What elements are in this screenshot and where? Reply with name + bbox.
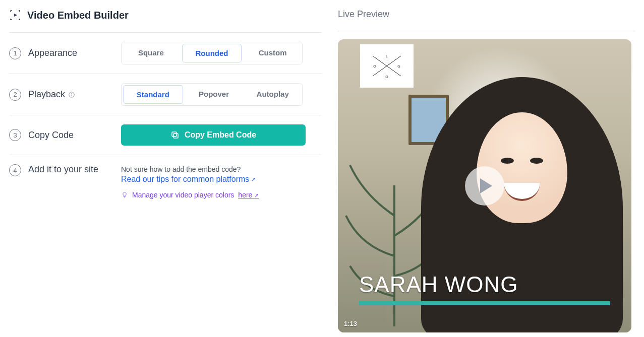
step-label: Playback <box>28 89 75 100</box>
crop-play-icon <box>9 9 21 21</box>
page-title: Video Embed Builder <box>27 10 129 21</box>
info-icon[interactable] <box>68 91 75 98</box>
manage-colors-text: Manage your video player colors <box>132 191 234 199</box>
playback-label-text: Playback <box>28 89 65 100</box>
step-appearance: 1 Appearance Square Rounded Custom <box>9 33 322 74</box>
appearance-opt-square[interactable]: Square <box>122 42 181 64</box>
svg-text:O: O <box>385 75 388 79</box>
step-copy: 3 Copy Code Copy Embed Code <box>9 115 322 155</box>
help-link-label: Read our tips for common platforms <box>121 175 249 184</box>
help-text-line1: Not sure how to add the embed code? <box>121 164 256 175</box>
presenter-name: SARAH WONG <box>359 272 518 297</box>
step-number: 1 <box>9 47 21 59</box>
svg-rect-3 <box>173 133 178 138</box>
appearance-opt-custom[interactable]: Custom <box>243 42 302 64</box>
step-number: 3 <box>9 129 21 141</box>
manage-colors-link[interactable]: here ↗ <box>238 191 259 199</box>
name-underline <box>359 301 610 305</box>
step-number: 4 <box>9 164 21 176</box>
step-playback: 2 Playback Standard Popover Autoplay <box>9 74 322 115</box>
playback-opt-popover[interactable]: Popover <box>185 84 244 105</box>
svg-text:L: L <box>386 54 388 58</box>
svg-text:O: O <box>373 64 376 68</box>
playback-segmented: Standard Popover Autoplay <box>121 83 303 106</box>
step-number: 2 <box>9 89 21 101</box>
video-preview: L O G O SARAH WONG 1:13 <box>338 39 631 332</box>
svg-text:G: G <box>397 64 400 68</box>
step-label: Copy Code <box>28 130 74 141</box>
builder-header: Video Embed Builder <box>9 0 322 32</box>
appearance-opt-rounded[interactable]: Rounded <box>182 44 242 62</box>
copy-embed-button[interactable]: Copy Embed Code <box>121 124 306 146</box>
appearance-segmented: Square Rounded Custom <box>121 42 303 64</box>
step-label: Appearance <box>28 48 77 58</box>
manage-colors-row: Manage your video player colors here ↗ <box>9 186 322 199</box>
play-button[interactable] <box>465 166 504 206</box>
copy-button-label: Copy Embed Code <box>185 130 256 140</box>
manage-colors-here: here <box>238 191 252 199</box>
logo-card: L O G O <box>360 44 414 88</box>
live-preview-heading: Live Preview <box>338 0 635 31</box>
bulb-icon <box>121 191 128 198</box>
svg-rect-4 <box>172 132 177 137</box>
divider <box>338 31 635 31</box>
playback-opt-autoplay[interactable]: Autoplay <box>243 84 302 105</box>
step-label: Add it to your site <box>28 164 98 175</box>
copy-icon <box>170 130 180 140</box>
svg-point-2 <box>72 93 72 94</box>
external-icon: ↗ <box>254 192 259 198</box>
playback-opt-standard[interactable]: Standard <box>123 85 183 104</box>
video-duration: 1:13 <box>344 320 357 327</box>
help-link-tips[interactable]: Read our tips for common platforms ↗ <box>121 175 256 184</box>
external-icon: ↗ <box>251 176 256 183</box>
step-add: 4 Add it to your site Not sure how to ad… <box>9 155 322 186</box>
